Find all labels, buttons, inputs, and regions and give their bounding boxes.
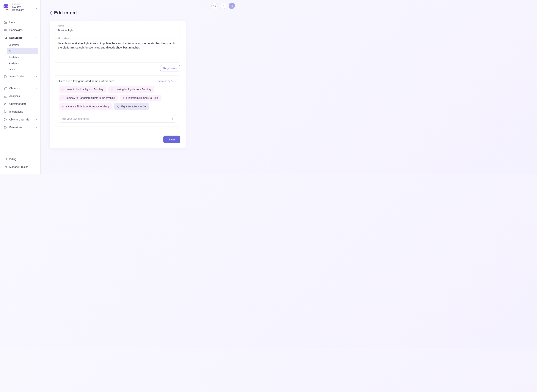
home-icon [3,20,7,24]
sidebar-subitem-guide[interactable]: Guide [7,67,38,72]
sidebar-item-bot-studio[interactable]: Bot Studio [0,34,41,42]
edit-intent-card: Name Description Regenerate Here are a f… [50,21,186,149]
sidebar-item-click-to-chat[interactable]: Click to Chat Ads [0,116,41,123]
bolt-icon [62,97,64,99]
card-footer: Save [55,135,180,143]
chevron-right-icon [35,37,37,39]
sidebar-item-billing[interactable]: Billing [0,155,41,163]
sidebar-item-campaigns[interactable]: Campaigns [0,26,41,34]
chart-icon [3,94,7,98]
sidebar-item-label: Billing [9,158,37,161]
bolt-icon [62,105,64,107]
sidebar-item-label: Agent Assist [9,75,33,78]
utterance-chip[interactable]: Flight from Bombay to Delhi [120,94,162,101]
save-button[interactable]: Save [163,135,180,143]
chevron-right-icon [35,75,37,77]
chevron-right-icon [35,119,37,121]
sidebar-item-extensions[interactable]: Extensions [0,123,41,131]
utterance-text: I want to book a flight to Bombay [65,88,103,91]
utterance-text: Looking for flights from Bombay [115,88,151,91]
svg-point-7 [4,103,5,104]
svg-rect-5 [6,87,7,88]
sidebar-subitem-analytics-2[interactable]: Analytics [7,61,38,66]
add-utterance-button[interactable] [171,117,174,120]
divider [3,16,37,16]
person-icon [117,105,119,108]
utterance-chip[interactable]: Bombay to Bangalore flights in the eveni… [59,94,118,101]
sidebar-item-agent-assist[interactable]: Agent Assist [0,73,41,80]
speech-bubble-icon [213,4,216,7]
users-icon [3,102,7,106]
sidebar-item-label: Channels [9,87,33,90]
grid-icon [3,86,7,90]
project-selector[interactable]: Swiggy - Bangalore [12,5,37,11]
page-header: Edit intent [50,10,227,15]
nav-primary: Home Campaigns Bot Studio Journeys AI An… [0,18,41,80]
scrollbar-thumb[interactable] [179,86,179,103]
svg-rect-1 [4,37,7,39]
sidebar-item-analytics[interactable]: Analytics [0,92,41,100]
main: ? S Edit intent Name Description Regener… [41,0,239,174]
avatar[interactable]: S [229,3,235,9]
svg-point-3 [6,38,6,38]
bolt-icon [123,97,125,99]
chevron-right-icon [35,29,37,31]
page-title: Edit intent [54,10,77,15]
topbar: ? S [211,3,235,9]
project-name: Swiggy - Bangalore [12,5,34,11]
sidebar-subitem-journeys[interactable]: Journeys [7,42,38,48]
back-button[interactable] [50,11,52,15]
utterance-text: Bombay to Bangalore flights in the eveni… [65,96,115,99]
megaphone-icon [3,28,7,32]
plus-icon [171,117,174,120]
sidebar-item-manage-project[interactable]: Manage Project [0,163,41,171]
headset-icon [3,75,7,78]
divider [55,131,180,131]
sidebar-item-label: Bot Studio [9,36,33,39]
chevron-left-icon [50,11,52,15]
name-input[interactable] [58,29,177,32]
feedback-button[interactable] [211,3,218,9]
sidebar-item-integrations[interactable]: Integrations [0,108,41,116]
sidebar-subitem-analytics-1[interactable]: Analytics [7,54,38,60]
sidebar-item-label: Home [9,21,37,24]
svg-point-9 [4,118,7,121]
plug-icon [3,110,7,114]
sidebar-item-label: Integrations [9,110,37,113]
description-input[interactable] [58,41,177,54]
question-icon: ? [222,4,224,7]
utterance-chip[interactable]: I want to book a flight to Bombay [59,86,106,93]
bolt-icon [62,88,64,90]
nav-secondary: Channels Analytics Customer 360 Integrat… [0,84,41,131]
utterance-chip[interactable]: Looking for flights from Bombay [108,86,154,93]
sidebar-item-channels[interactable]: Channels [0,84,41,92]
regenerate-button[interactable]: Regenerate [160,65,180,71]
utterance-chip-user[interactable]: Flight from Bom to Del [114,103,149,110]
chevron-right-icon [35,126,37,128]
avatar-initial: S [231,4,233,7]
description-label: Description [58,37,69,39]
sidebar-item-label: Click to Chat Ads [9,118,33,121]
add-utterance-input[interactable] [61,117,171,120]
sidebar-item-label: Customer 360 [9,102,37,105]
sidebar-item-label: Campaigns [9,28,33,32]
svg-point-8 [5,103,6,104]
utterance-chip[interactable]: Is there a flight from Bombay to Vizag [59,103,112,110]
svg-rect-6 [4,89,5,89]
logo-block: PROJECT Swiggy - Bangalore [0,3,41,14]
utterance-text: Flight from Bombay to Delhi [126,96,158,99]
utterance-text: Flight from Bom to Del [120,105,146,108]
description-field-wrap: Description [55,38,180,62]
nav-bottom: Billing Manage Project [0,155,41,171]
powered-by-ai: Powered by AI [157,80,176,82]
sidebar-subitem-ai[interactable]: AI [7,48,38,54]
bot-icon [3,36,7,40]
sidebar-item-customer360[interactable]: Customer 360 [0,100,41,108]
sidebar-item-home[interactable]: Home [0,18,41,26]
bolt-icon [111,88,113,90]
sidebar: PROJECT Swiggy - Bangalore Home Campaign… [0,0,41,174]
svg-point-2 [5,38,5,38]
help-button[interactable]: ? [220,3,226,9]
chevron-down-icon [35,7,37,9]
chevron-right-icon [35,87,37,89]
